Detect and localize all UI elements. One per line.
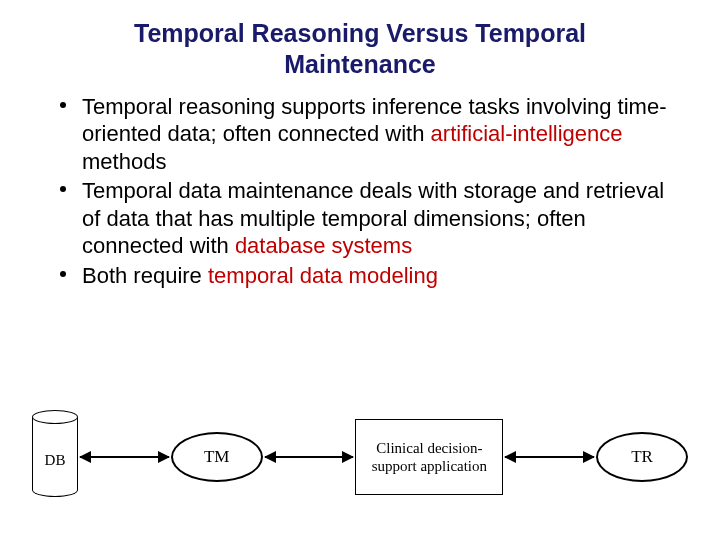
bullet-item: Temporal data maintenance deals with sto… [60,177,680,260]
connector-arrow-icon [265,456,354,458]
bullet-highlight: temporal data modeling [208,263,438,288]
app-box: Clinical decision-support application [355,419,503,495]
bullet-icon [60,271,66,277]
bullet-icon [60,186,66,192]
tr-oval: TR [596,432,688,482]
bullet-highlight: artificial-intelligence [431,121,623,146]
diagram: DB TM Clinical decision-support applicat… [32,402,688,512]
bullet-list: Temporal reasoning supports inference ta… [40,93,680,290]
bullet-text-pre: Both require [82,263,208,288]
bullet-item: Temporal reasoning supports inference ta… [60,93,680,176]
slide-title: Temporal Reasoning Versus Temporal Maint… [40,18,680,81]
bullet-item: Both require temporal data modeling [60,262,680,290]
connector-arrow-icon [505,456,594,458]
db-cylinder-icon: DB [32,410,78,504]
bullet-highlight: database systems [235,233,412,258]
db-label: DB [32,452,78,469]
connector-arrow-icon [80,456,169,458]
bullet-icon [60,102,66,108]
bullet-text-post: methods [82,149,166,174]
tm-oval: TM [171,432,263,482]
